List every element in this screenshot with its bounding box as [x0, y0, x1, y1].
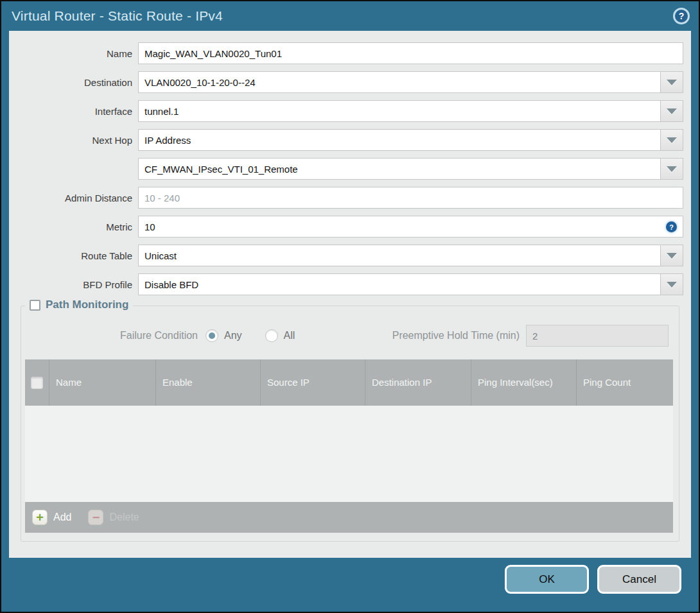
name-input[interactable] [138, 42, 683, 64]
next-hop-address-input[interactable] [138, 158, 661, 180]
preemptive-hold-input [526, 325, 669, 347]
next-hop-address-row [9, 158, 691, 180]
chevron-down-icon [667, 80, 677, 85]
metric-label: Metric [9, 221, 138, 232]
route-table-dropdown-button[interactable] [661, 245, 683, 266]
metric-row: Metric ? [9, 216, 691, 237]
admin-distance-row: Admin Distance [9, 187, 691, 209]
radio-any-label: Any [224, 330, 242, 341]
column-header-ping-count: Ping Count [576, 359, 673, 406]
metric-input[interactable] [138, 216, 683, 237]
plus-icon: + [32, 510, 48, 525]
bfd-profile-label: BFD Profile [9, 279, 138, 290]
chevron-down-icon [667, 253, 677, 259]
radio-all-label: All [284, 330, 295, 341]
path-monitoring-legend: Path Monitoring [25, 298, 133, 311]
title-bar: Virtual Router - Static Route - IPv4 ? [1, 1, 699, 31]
dialog-title: Virtual Router - Static Route - IPv4 [12, 8, 223, 24]
column-header-ping-interval: Ping Interval(sec) [471, 359, 576, 406]
bfd-profile-row: BFD Profile [9, 273, 691, 295]
bfd-profile-dropdown-button[interactable] [661, 273, 683, 295]
delete-button: − Delete [88, 510, 139, 525]
route-table-input[interactable] [138, 245, 661, 266]
destination-dropdown-button[interactable] [661, 71, 683, 93]
failure-condition-row: Failure Condition Any All Preemptive Hol… [21, 325, 679, 347]
info-icon[interactable]: ? [666, 221, 677, 232]
destination-label: Destination [9, 77, 138, 88]
next-hop-row: Next Hop [9, 129, 691, 151]
next-hop-label: Next Hop [9, 135, 138, 146]
destination-input[interactable] [138, 71, 661, 93]
table-header: Name Enable Source IP Destination IP Pin… [25, 359, 673, 406]
failure-condition-label: Failure Condition [21, 330, 206, 341]
add-button-label: Add [53, 512, 71, 523]
path-monitoring-section: Path Monitoring Failure Condition Any Al… [21, 306, 679, 542]
add-button[interactable]: + Add [32, 510, 71, 525]
admin-distance-label: Admin Distance [9, 193, 138, 203]
chevron-down-icon [667, 137, 677, 143]
minus-icon: − [88, 510, 103, 525]
dialog-footer: OK Cancel [1, 557, 699, 612]
delete-button-label: Delete [109, 512, 139, 523]
static-route-dialog: Virtual Router - Static Route - IPv4 ? N… [0, 0, 700, 613]
interface-dropdown-button[interactable] [661, 100, 683, 122]
interface-row: Interface [9, 100, 691, 122]
route-table-row: Route Table [9, 245, 691, 266]
ok-button[interactable]: OK [505, 565, 589, 594]
route-table-label: Route Table [9, 250, 138, 261]
table-toolbar: + Add − Delete [25, 502, 673, 533]
chevron-down-icon [667, 282, 677, 288]
help-icon[interactable]: ? [673, 8, 690, 24]
name-row: Name [9, 42, 691, 64]
select-all-checkbox[interactable] [31, 377, 43, 389]
failure-condition-radio-any[interactable] [206, 329, 218, 342]
cancel-button[interactable]: Cancel [597, 565, 681, 594]
path-monitoring-checkbox[interactable] [30, 300, 40, 311]
preemptive-hold-label: Preemptive Hold Time (min) [295, 330, 526, 341]
column-header-destination-ip: Destination IP [365, 359, 471, 406]
interface-input[interactable] [138, 100, 661, 122]
admin-distance-input[interactable] [138, 187, 683, 209]
column-header-name: Name [49, 359, 155, 406]
path-monitoring-table: Name Enable Source IP Destination IP Pin… [25, 359, 673, 533]
chevron-down-icon [667, 108, 677, 114]
dialog-content: Name Destination Interface [9, 31, 691, 558]
path-monitoring-title: Path Monitoring [46, 298, 128, 311]
name-label: Name [9, 48, 138, 59]
column-header-enable: Enable [155, 359, 260, 406]
column-header-source-ip: Source IP [260, 359, 365, 406]
next-hop-dropdown-button[interactable] [661, 129, 683, 151]
next-hop-type-input[interactable] [138, 129, 661, 151]
table-body-empty [25, 406, 673, 502]
next-hop-address-dropdown-button[interactable] [661, 158, 683, 180]
failure-condition-radio-all[interactable] [265, 329, 278, 342]
chevron-down-icon [667, 166, 677, 172]
interface-label: Interface [9, 106, 138, 117]
bfd-profile-input[interactable] [138, 273, 661, 295]
destination-row: Destination [9, 71, 691, 93]
